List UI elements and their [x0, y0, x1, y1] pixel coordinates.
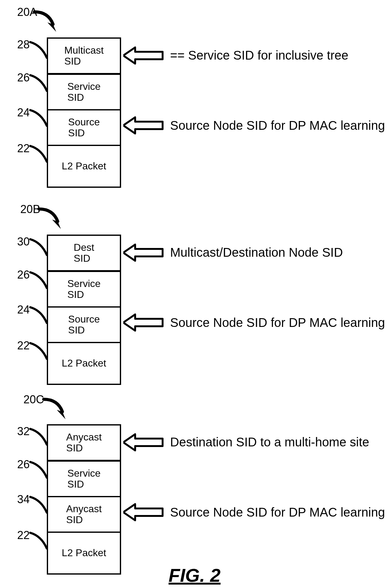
packet-stack-b: DestSID ServiceSID SourceSID L2 Packet [47, 235, 121, 385]
cell-l2-packet: L2 Packet [48, 533, 120, 573]
ref-28: 28 [17, 38, 30, 51]
ref-22c: 22 [17, 529, 30, 542]
annotation-a-source: Source Node SID for DP MAC learning [170, 119, 385, 133]
svg-marker-8 [123, 504, 163, 520]
cell-source-sid: SourceSID [48, 308, 120, 343]
cell-anycast-sid-bot: AnycastSID [48, 497, 120, 533]
leader-22a [29, 144, 48, 163]
ref-26c: 26 [17, 458, 30, 471]
annotation-b-top: Multicast/Destination Node SID [170, 245, 343, 260]
pointer-arrow-20c [41, 396, 69, 421]
cell-service-sid: ServiceSID [48, 75, 120, 110]
svg-marker-7 [123, 434, 163, 450]
cell-service-sid: ServiceSID [48, 462, 120, 497]
figure-caption: FIG. 2 [169, 565, 221, 586]
svg-marker-2 [123, 117, 163, 134]
ref-34: 34 [17, 493, 30, 506]
leader-22c [29, 531, 48, 550]
svg-marker-4 [123, 245, 163, 261]
svg-marker-1 [123, 47, 163, 64]
cell-service-sid: ServiceSID [48, 272, 120, 308]
ref-26b: 26 [17, 268, 30, 281]
annotation-a-top: == Service SID for inclusive tree [170, 48, 348, 62]
annotation-c-top: Destination SID to a multi-home site [170, 435, 369, 449]
leader-26c [29, 460, 48, 479]
cell-multicast-sid: MulticastSID [48, 39, 120, 75]
ref-26a: 26 [17, 71, 30, 84]
arrow-left-icon [123, 46, 164, 65]
arrow-left-icon [123, 116, 164, 135]
leader-22b [29, 342, 48, 360]
leader-30 [29, 238, 48, 256]
cell-anycast-sid-top: AnycastSID [48, 425, 120, 462]
annotation-b-source: Source Node SID for DP MAC learning [170, 316, 385, 330]
pointer-arrow-20a [31, 9, 59, 34]
ref-24b: 24 [17, 303, 30, 316]
leader-26b [29, 271, 48, 289]
leader-32 [29, 427, 48, 446]
leader-24a [29, 109, 48, 127]
ref-22b: 22 [17, 339, 30, 352]
arrow-left-icon [123, 243, 164, 262]
arrow-left-icon [123, 503, 164, 522]
ref-32: 32 [17, 425, 30, 438]
pointer-arrow-20b [36, 206, 64, 231]
packet-stack-c: AnycastSID ServiceSID AnycastSID L2 Pack… [47, 424, 121, 575]
leader-26a [29, 74, 48, 92]
ref-30: 30 [17, 235, 30, 248]
leader-24b [29, 306, 48, 324]
ref-22a: 22 [17, 142, 30, 155]
packet-stack-a: MulticastSID ServiceSID SourceSID L2 Pac… [47, 37, 121, 188]
cell-l2-packet: L2 Packet [48, 146, 120, 187]
arrow-left-icon [123, 313, 164, 332]
leader-34 [29, 495, 48, 514]
cell-source-sid: SourceSID [48, 110, 120, 146]
leader-28 [29, 41, 48, 59]
annotation-c-source: Source Node SID for DP MAC learning [170, 505, 385, 519]
cell-l2-packet: L2 Packet [48, 343, 120, 384]
ref-24a: 24 [17, 106, 30, 119]
svg-marker-5 [123, 314, 163, 331]
cell-dest-sid: DestSID [48, 236, 120, 272]
arrow-left-icon [123, 433, 164, 452]
